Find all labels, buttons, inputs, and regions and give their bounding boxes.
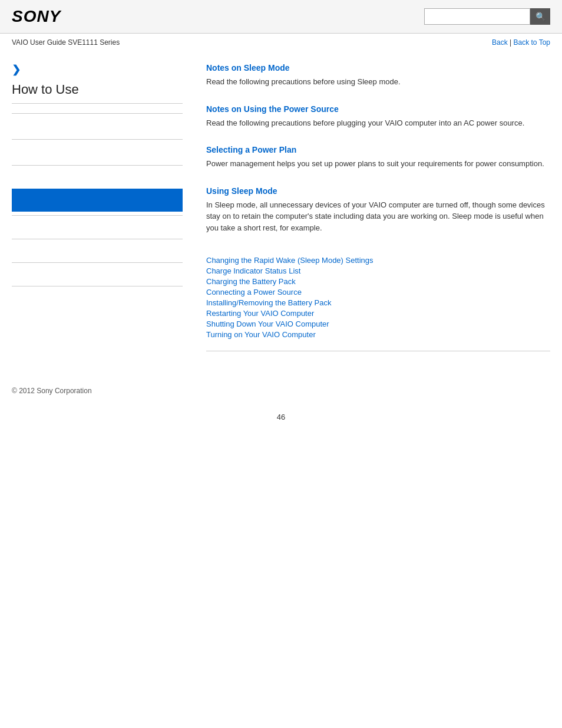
sidebar-item-1[interactable] [12, 118, 183, 134]
footer: © 2012 Sony Corporation [0, 375, 562, 407]
section-power-source: Notes on Using the Power Source Read the… [206, 104, 550, 129]
sidebar-item-6[interactable] [12, 266, 183, 282]
copyright: © 2012 Sony Corporation [12, 387, 92, 395]
search-icon: 🔍 [535, 12, 546, 21]
sidebar-item-3[interactable] [12, 170, 183, 186]
section-power-plan-title[interactable]: Selecting a Power Plan [206, 145, 550, 154]
guide-title: VAIO User Guide SVE1111 Series [12, 38, 120, 47]
sidebar-divider-7 [12, 286, 183, 286]
sidebar-item-active[interactable] [12, 189, 183, 212]
section-using-sleep-text: In Sleep mode, all unnecessary devices o… [206, 199, 550, 234]
section-sleep-mode-title[interactable]: Notes on Sleep Mode [206, 63, 550, 73]
sidebar-divider-3 [12, 165, 183, 166]
link-installing-battery[interactable]: Installing/Removing the Battery Pack [206, 298, 550, 307]
search-input[interactable] [424, 8, 530, 25]
content-area: Notes on Sleep Mode Read the following p… [194, 63, 550, 363]
link-charge-indicator[interactable]: Charge Indicator Status List [206, 266, 550, 275]
header: SONY 🔍 [0, 0, 562, 34]
section-power-source-title[interactable]: Notes on Using the Power Source [206, 104, 550, 114]
sidebar-title: How to Use [12, 82, 183, 104]
section-using-sleep: Using Sleep Mode In Sleep mode, all unne… [206, 186, 550, 234]
link-connecting-power[interactable]: Connecting a Power Source [206, 288, 550, 297]
subheader: VAIO User Guide SVE1111 Series Back | Ba… [0, 34, 562, 51]
sidebar-item-5[interactable] [12, 243, 183, 259]
nav-links: Back | Back to Top [492, 38, 550, 47]
back-to-top-link[interactable]: Back to Top [514, 38, 550, 47]
link-rapid-wake[interactable]: Changing the Rapid Wake (Sleep Mode) Set… [206, 256, 550, 265]
sidebar-item-7[interactable] [12, 290, 183, 306]
back-link[interactable]: Back [492, 38, 508, 47]
sony-logo: SONY [12, 7, 61, 26]
sidebar-divider-1 [12, 113, 183, 114]
page-number: 46 [0, 407, 562, 433]
link-shutting-down[interactable]: Shutting Down Your VAIO Computer [206, 319, 550, 328]
link-restarting[interactable]: Restarting Your VAIO Computer [206, 309, 550, 318]
section-using-sleep-title[interactable]: Using Sleep Mode [206, 186, 550, 196]
search-button[interactable]: 🔍 [530, 8, 550, 25]
section-sleep-mode-text: Read the following precautions before us… [206, 76, 550, 88]
sidebar: ❯ How to Use [12, 63, 194, 363]
section-power-plan: Selecting a Power Plan Power management … [206, 145, 550, 170]
section-power-source-text: Read the following precautions before pl… [206, 117, 550, 129]
link-turning-on[interactable]: Turning on Your VAIO Computer [206, 330, 550, 339]
sidebar-divider-5 [12, 239, 183, 239]
section-power-plan-text: Power management helps you set up power … [206, 158, 550, 170]
main-container: ❯ How to Use Notes on Sleep Mode Read th… [0, 51, 562, 375]
sidebar-chevron: ❯ [12, 63, 183, 76]
content-divider [206, 351, 550, 351]
search-area: 🔍 [424, 8, 550, 25]
links-section: Changing the Rapid Wake (Sleep Mode) Set… [206, 250, 550, 339]
sidebar-divider-6 [12, 262, 183, 263]
link-charging-battery[interactable]: Charging the Battery Pack [206, 277, 550, 286]
section-sleep-mode: Notes on Sleep Mode Read the following p… [206, 63, 550, 88]
sidebar-divider-2 [12, 139, 183, 140]
sidebar-item-4[interactable] [12, 219, 183, 235]
sidebar-item-2[interactable] [12, 144, 183, 160]
sidebar-divider-4 [12, 215, 183, 216]
